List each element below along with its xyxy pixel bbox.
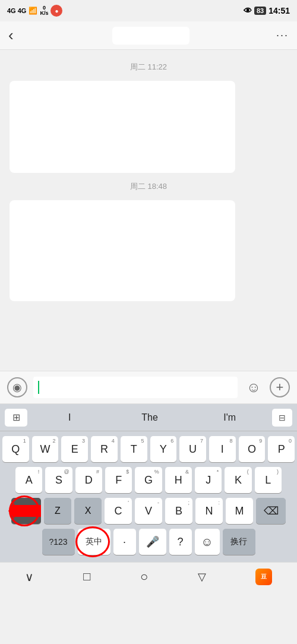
keyboard: 1Q 2W 3E 4R 5T 6Y 7U 8I 9O 0P !A @S #D $… [0, 431, 297, 562]
key-j[interactable]: *J [195, 467, 222, 493]
key-z[interactable]: Z [44, 498, 71, 524]
key-g[interactable]: %G [135, 467, 162, 493]
key-b-sym: ; [188, 500, 189, 506]
key-j-sym: * [217, 469, 219, 475]
nav-home-button[interactable]: ○ [140, 569, 148, 585]
key-r[interactable]: 4R [91, 436, 118, 462]
text-cursor [38, 381, 39, 394]
more-button[interactable]: ··· [276, 29, 289, 42]
timestamp-2: 周二 18:48 [0, 181, 297, 192]
status-bar: 4G 4G 📶 0K/s ● 👁 83 14:51 [0, 0, 297, 21]
suggestion-word-1[interactable]: I [32, 412, 108, 423]
nav-down-button[interactable]: ∨ [25, 570, 34, 584]
key-d[interactable]: #D [75, 467, 102, 493]
key-m[interactable]: M [226, 498, 253, 524]
plus-icon: + [276, 380, 284, 395]
message-2-container [0, 198, 297, 304]
signal-text: 4G 4G [7, 7, 26, 14]
key-a[interactable]: !A [15, 467, 42, 493]
key-z-label: Z [55, 506, 61, 516]
key-y-num: 6 [170, 438, 173, 444]
key-r-num: 4 [112, 438, 115, 444]
key-t-num: 5 [141, 438, 144, 444]
key-d-sym: # [96, 469, 99, 475]
key-o[interactable]: 9O [239, 436, 266, 462]
key-s-sym: @ [64, 469, 69, 475]
message-bubble-1 [10, 81, 235, 173]
return-button[interactable]: 换行 [223, 529, 255, 555]
bottom-nav: ∨ □ ○ ▽ 豆 [0, 562, 297, 591]
brand-icon: 豆 [255, 569, 272, 585]
key-w[interactable]: 2W [32, 436, 59, 462]
nav-menu-button[interactable]: ▽ [198, 570, 206, 583]
back-button[interactable]: ‹ [8, 26, 26, 45]
suggestion-word-2[interactable]: The [112, 412, 188, 423]
add-button[interactable]: + [270, 377, 290, 397]
key-x[interactable]: X [74, 498, 102, 524]
suggestion-collapse-button[interactable]: ⊟ [272, 409, 292, 427]
key-s[interactable]: @S [45, 467, 72, 493]
key-h-sym: & [185, 469, 189, 475]
brand-text: 豆 [261, 573, 267, 581]
key-i-num: 8 [230, 438, 233, 444]
lang-switch-button[interactable]: 英中 [78, 529, 110, 555]
emoji-icon: ☺ [247, 379, 261, 396]
key-k[interactable]: (K [225, 467, 251, 493]
key-l[interactable]: )L [255, 467, 282, 493]
key-c[interactable]: 'C [105, 498, 132, 524]
message-input[interactable] [33, 377, 238, 398]
key-y[interactable]: 6Y [150, 436, 177, 462]
emoji-button[interactable]: ☺ [244, 377, 264, 397]
space-button[interactable]: 🎤 [139, 529, 166, 555]
input-bar: ◉ ☺ + [0, 371, 297, 404]
key-l-sym: ) [277, 469, 279, 475]
key-emoji[interactable]: ☺ [195, 529, 220, 555]
key-n-sym: : [218, 500, 220, 506]
square-icon: □ [83, 570, 90, 583]
key-dot[interactable]: · [113, 529, 136, 555]
keyboard-row-3: ⬆ Z X 'C -V ;B :N M ⌫ [2, 498, 295, 524]
key-question[interactable]: ? [169, 529, 192, 555]
key-i[interactable]: 8I [209, 436, 236, 462]
key-b[interactable]: ;B [165, 498, 192, 524]
keyboard-row-2: !A @S #D $F %G &H *J (K )L [2, 467, 295, 493]
key-u[interactable]: 7U [179, 436, 206, 462]
key-n[interactable]: :N [195, 498, 223, 524]
apps-icon: ⊞ [12, 412, 20, 423]
battery: 83 [254, 7, 266, 15]
time: 14:51 [268, 6, 290, 15]
key-q[interactable]: 1Q [2, 436, 29, 462]
key-v-sym: - [157, 500, 159, 506]
triangle-icon: ▽ [198, 570, 206, 583]
wifi-icon: 📶 [29, 7, 37, 15]
brand-logo: 豆 [255, 569, 272, 585]
key-h[interactable]: &H [165, 467, 192, 493]
apps-suggestion-button[interactable]: ⊞ [5, 409, 27, 427]
key-g-sym: % [154, 469, 159, 475]
key-o-num: 9 [259, 438, 262, 444]
voice-button[interactable]: ◉ [7, 377, 27, 397]
key-t[interactable]: 5T [121, 436, 147, 462]
timestamp-1: 周二 11:22 [0, 62, 297, 72]
status-right: 👁 83 14:51 [244, 6, 290, 15]
contact-name [112, 27, 189, 45]
signal-indicators: 4G 4G 📶 0K/s ● [7, 5, 62, 17]
key-k-sym: ( [247, 469, 249, 475]
svg-marker-0 [8, 503, 41, 519]
suggestion-word-3[interactable]: I'm [192, 412, 267, 423]
red-arrow-icon [8, 503, 41, 519]
keyboard-suggestions: ⊞ I The I'm ⊟ [0, 404, 297, 431]
key-e-num: 3 [82, 438, 85, 444]
app-icon-red: ● [50, 5, 62, 17]
nav-square-button[interactable]: □ [83, 570, 90, 583]
key-p[interactable]: 0P [268, 436, 295, 462]
key-q-num: 1 [23, 438, 26, 444]
key-f[interactable]: $F [105, 467, 132, 493]
backspace-button[interactable]: ⌫ [256, 498, 286, 524]
key-f-sym: $ [126, 469, 129, 475]
eye-icon: 👁 [244, 6, 252, 15]
num-switch-button[interactable]: ?123 [42, 529, 75, 555]
key-e[interactable]: 3E [61, 436, 88, 462]
key-v[interactable]: -V [135, 498, 162, 524]
voice-icon: ◉ [12, 381, 22, 394]
